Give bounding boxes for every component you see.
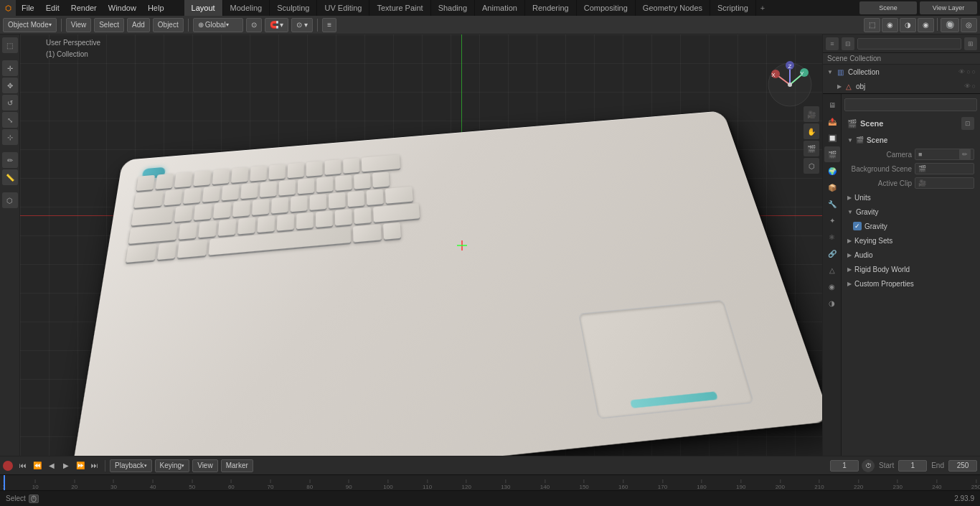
- transform-tool[interactable]: ⊹: [2, 129, 18, 145]
- end-frame-input[interactable]: [948, 460, 977, 472]
- next-keyframe-btn[interactable]: ⏩: [75, 460, 86, 472]
- props-tab-scene[interactable]: 🎬: [824, 146, 840, 162]
- rendered-shading[interactable]: ◉: [918, 18, 934, 32]
- camera-prop-value[interactable]: ■ ✏: [915, 149, 974, 160]
- props-tab-shader[interactable]: ◑: [824, 295, 840, 311]
- props-options-btn[interactable]: ⊡: [961, 117, 974, 130]
- prev-keyframe-btn[interactable]: ⏪: [32, 460, 43, 472]
- annotate-tool[interactable]: ✏: [2, 152, 18, 168]
- transform-global[interactable]: ⊕ Global: [193, 18, 243, 32]
- workspace-tab-shading[interactable]: Shading: [431, 0, 475, 16]
- navigation-gizmo[interactable]: Y X Z: [765, 60, 815, 111]
- outliner-search[interactable]: [857, 38, 961, 50]
- workspace-tab-layout[interactable]: Layout: [184, 0, 223, 16]
- frame-clock-icon[interactable]: ⏱: [862, 459, 875, 472]
- blender-logo[interactable]: ⬡: [0, 0, 16, 16]
- workspace-tab-rendering[interactable]: Rendering: [525, 0, 577, 16]
- props-tab-view-layer[interactable]: 🔲: [824, 130, 840, 146]
- menu-edit[interactable]: Edit: [40, 0, 65, 16]
- units-section[interactable]: ▶ Units: [844, 190, 977, 205]
- props-tab-render[interactable]: 🖥: [824, 97, 840, 113]
- measure-tool[interactable]: 📏: [2, 169, 18, 185]
- menu-window[interactable]: Window: [103, 0, 142, 16]
- view-btn[interactable]: View: [192, 459, 218, 472]
- hand-tool-btn[interactable]: ✋: [804, 123, 819, 139]
- cursor-tool[interactable]: ✛: [2, 60, 18, 76]
- props-tab-modifier[interactable]: 🔧: [824, 196, 840, 212]
- gravity-checkbox[interactable]: ✓: [853, 222, 862, 230]
- scale-tool[interactable]: ⤡: [2, 112, 18, 128]
- playback-btn[interactable]: Playback: [110, 459, 152, 472]
- props-tab-physics[interactable]: ⚛: [824, 229, 840, 245]
- compositing-btn[interactable]: ⬡: [804, 158, 819, 174]
- obj-visibility-icon[interactable]: 👁: [964, 83, 971, 90]
- view-menu[interactable]: View: [66, 18, 92, 32]
- main-viewport[interactable]: User Perspective (1) Collection Y X Z: [20, 34, 822, 456]
- workspace-tab-texture-paint[interactable]: Texture Paint: [369, 0, 430, 16]
- wireframe-shading[interactable]: ⬚: [864, 18, 880, 32]
- workspace-tab-compositing[interactable]: Compositing: [577, 0, 636, 16]
- outliner-display-mode[interactable]: ≡: [826, 37, 839, 50]
- collection-visibility-icon[interactable]: 👁: [958, 68, 965, 75]
- jump-end-btn[interactable]: ⏭: [89, 460, 100, 472]
- collection-camera-icon[interactable]: ○: [966, 68, 970, 75]
- move-tool[interactable]: ✥: [2, 78, 18, 93]
- select-box-tool[interactable]: ⬚: [2, 37, 18, 53]
- workspace-tab-uv-editing[interactable]: UV Editing: [317, 0, 369, 16]
- proportional-edit[interactable]: ⊙ ▾: [291, 18, 313, 32]
- gravity-section[interactable]: ▼ Gravity: [844, 205, 977, 219]
- render-preview-btn[interactable]: 🎬: [804, 141, 819, 156]
- jump-start-btn[interactable]: ⏮: [17, 460, 29, 472]
- scene-section-header[interactable]: ▼ 🎬 Scene: [844, 133, 977, 147]
- object-mode-dropdown[interactable]: Object Mode: [3, 18, 57, 32]
- record-button[interactable]: [3, 461, 13, 471]
- keying-btn[interactable]: Keying: [155, 459, 190, 472]
- add-menu[interactable]: Add: [127, 18, 150, 32]
- select-menu[interactable]: Select: [94, 18, 124, 32]
- frame-ruler[interactable]: 1 10 20 30 40 50 60 70 80 90 100 110 120…: [0, 474, 980, 490]
- obj-camera-icon[interactable]: ○: [972, 83, 976, 90]
- collection-render-icon[interactable]: ○: [972, 68, 976, 75]
- custom-props-section[interactable]: ▶ Custom Properties: [844, 276, 977, 291]
- outliner-filter-btn[interactable]: ⊞: [964, 37, 977, 50]
- current-frame-input[interactable]: [830, 460, 859, 472]
- active-clip-value[interactable]: 🎥: [915, 177, 974, 189]
- overlay-toggle[interactable]: ≡: [322, 18, 336, 32]
- marker-btn[interactable]: Marker: [221, 459, 253, 472]
- menu-render[interactable]: Render: [65, 0, 103, 16]
- material-preview[interactable]: ◑: [900, 18, 916, 32]
- view-layer-selector[interactable]: View Layer: [920, 1, 977, 14]
- workspace-tab-scripting[interactable]: Scripting: [710, 0, 756, 16]
- keying-sets-section[interactable]: ▶ Keying Sets: [844, 233, 977, 248]
- workspace-tab-animation[interactable]: Animation: [475, 0, 525, 16]
- props-tab-particles[interactable]: ✦: [824, 212, 840, 228]
- gizmo-btn[interactable]: ◎: [961, 18, 977, 32]
- props-tab-material[interactable]: ◉: [824, 278, 840, 294]
- add-workspace-button[interactable]: +: [756, 4, 769, 12]
- camera-view-btn[interactable]: 🎥: [804, 106, 819, 122]
- props-tab-constraints[interactable]: 🔗: [824, 245, 840, 261]
- workspace-tab-sculpting[interactable]: Sculpting: [270, 0, 317, 16]
- props-tab-world[interactable]: 🌍: [824, 163, 840, 179]
- play-reverse-btn[interactable]: ◀: [46, 460, 57, 472]
- menu-help[interactable]: Help: [142, 0, 170, 16]
- props-tab-output[interactable]: 📤: [824, 113, 840, 129]
- viewport-overlay-btn[interactable]: 🔘: [941, 18, 959, 32]
- snapping-toggle[interactable]: 🧲 ▾: [265, 18, 289, 32]
- menu-file[interactable]: File: [16, 0, 40, 16]
- props-search-input[interactable]: [844, 98, 977, 111]
- workspace-tab-modeling[interactable]: Modeling: [223, 0, 270, 16]
- outliner-item-obj[interactable]: ▶ △ obj 👁 ○: [823, 79, 980, 93]
- workspace-tab-geometry-nodes[interactable]: Geometry Nodes: [636, 0, 710, 16]
- props-tab-data[interactable]: △: [824, 262, 840, 278]
- scene-selector[interactable]: Scene: [859, 1, 917, 14]
- bg-scene-value[interactable]: 🎬: [915, 163, 974, 174]
- play-btn[interactable]: ▶: [60, 460, 72, 472]
- add-cube-tool[interactable]: ⬡: [2, 192, 18, 208]
- props-tab-object[interactable]: 📦: [824, 179, 840, 195]
- outliner-filter[interactable]: ⊟: [842, 37, 854, 50]
- camera-pick-btn[interactable]: ✏: [959, 149, 971, 160]
- start-frame-input[interactable]: [898, 460, 927, 472]
- solid-shading[interactable]: ◉: [882, 18, 898, 32]
- rigid-body-section[interactable]: ▶ Rigid Body World: [844, 262, 977, 276]
